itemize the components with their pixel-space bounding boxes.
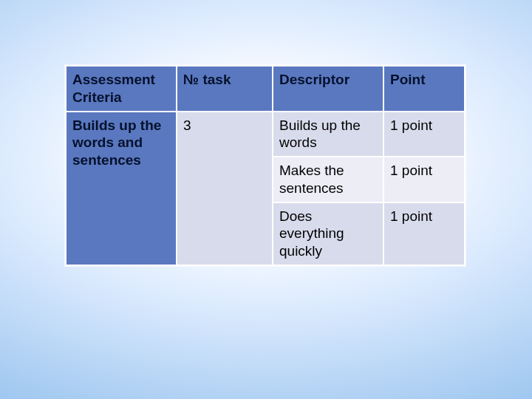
table-row: Builds up the words and sentences 3 Buil… — [66, 112, 465, 157]
header-descriptor: Descriptor — [273, 66, 383, 112]
header-task: № task — [177, 66, 273, 112]
descriptor-cell: Builds up the words — [273, 112, 383, 157]
point-cell: 1 point — [383, 157, 465, 202]
table-header-row: Assessment Criteria № task Descriptor Po… — [66, 66, 465, 112]
point-cell: 1 point — [383, 202, 465, 265]
point-cell: 1 point — [383, 112, 465, 157]
assessment-rubric-table: Assessment Criteria № task Descriptor Po… — [65, 65, 466, 266]
task-number-cell: 3 — [177, 112, 273, 265]
header-point: Point — [383, 66, 465, 112]
descriptor-cell: Does everything quickly — [273, 202, 383, 265]
criteria-cell: Builds up the words and sentences — [66, 112, 177, 265]
header-criteria: Assessment Criteria — [66, 66, 177, 112]
descriptor-cell: Makes the sentences — [273, 157, 383, 202]
slide-background: Assessment Criteria № task Descriptor Po… — [0, 0, 532, 399]
